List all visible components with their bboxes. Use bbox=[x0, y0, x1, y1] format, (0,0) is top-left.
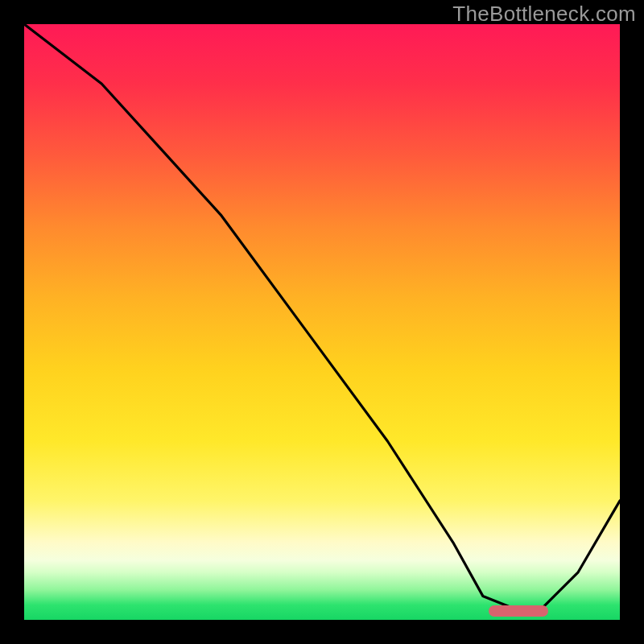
bottleneck-curve bbox=[24, 24, 620, 608]
watermark-text: TheBottleneck.com bbox=[452, 2, 636, 27]
curve-svg bbox=[24, 24, 620, 620]
optimal-marker bbox=[489, 605, 548, 617]
stage: TheBottleneck.com bbox=[0, 0, 644, 644]
plot-area bbox=[24, 24, 620, 620]
